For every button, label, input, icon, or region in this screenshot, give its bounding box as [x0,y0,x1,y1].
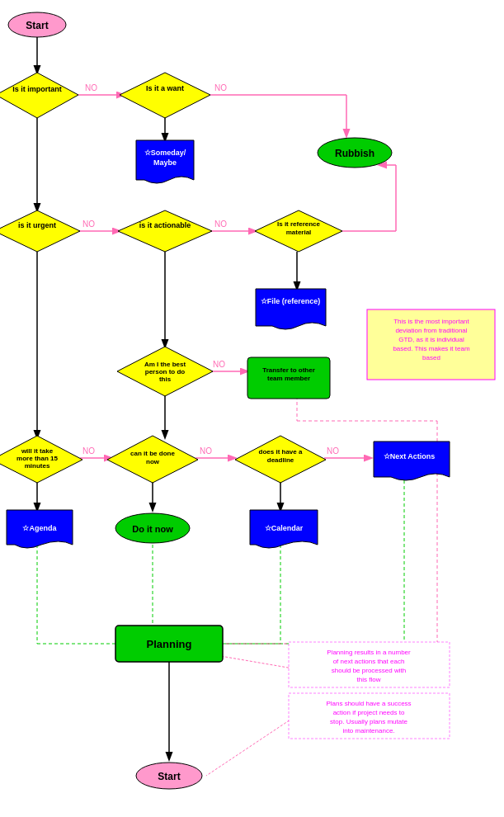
am-best-label1: Am I the best [144,361,186,368]
am-best-label3: this [159,375,172,383]
note1-text4: based. This makes it team [393,345,470,352]
someday-label2: Maybe [153,158,177,167]
is-reference-label1: Is it reference [277,220,321,228]
note3-text1: Plans should have a success [326,700,411,707]
no-label-8: NO [327,446,339,456]
can-now-label1: can it be done [130,450,175,457]
deadline-label1: does it have a [259,448,303,456]
deadline-label2: deadline [267,456,294,464]
am-best-label2: person to do [145,368,186,375]
file-ref-label: ☆File (reference) [261,297,321,305]
someday-label1: ☆Someday/ [144,149,186,157]
note3-text3: stop. Usually plans mutate [330,718,407,725]
svg-line-35 [206,718,293,776]
no-label-5: NO [213,360,225,369]
note2-text3: should be processed with [332,667,406,674]
note3-text4: into maintenance. [342,727,394,734]
flowchart-svg: NO NO NO NO NO NO NO NO [0,0,504,817]
is-actionable-label: is it actionable [139,221,191,229]
note1-text1: This is the most important [393,318,469,325]
will-15-label3: minutes [25,462,50,470]
start-bottom-label: Start [158,771,180,782]
no-label-7: NO [200,446,212,456]
is-reference-label2: material [286,229,312,236]
svg-marker-37 [0,73,78,118]
is-want-label: Is it a want [146,84,184,92]
svg-marker-38 [120,73,210,118]
can-now-label2: now [146,458,160,465]
transfer-label1: Transfer to other [262,366,315,374]
planning-label: Planning [147,638,192,650]
do-now-label: Do it now [132,524,173,534]
note2-text1: Planning results in a number [327,649,411,656]
next-actions-label: ☆Next Actions [384,452,436,460]
calendar-label: ☆Calendar [265,524,304,532]
will-15-label1: will it take [21,447,54,455]
no-label-3: NO [82,220,95,229]
will-15-label2: more than 15 [16,455,58,462]
note1-text2: deviation from traditional [395,327,467,334]
start-top-label: Start [26,20,48,31]
rubbish-label: Rubbish [335,148,374,159]
svg-marker-40 [0,210,80,252]
note1-text3: GTD, as it is individual [398,336,464,343]
agenda-label: ☆Agenda [22,524,57,532]
transfer-label2: team member [267,375,310,382]
no-label-6: NO [82,446,95,456]
is-urgent-label: is it urgent [18,221,56,229]
svg-marker-41 [118,210,212,252]
note2-text4: this flow [357,676,381,683]
is-important-label: Is it important [12,85,62,93]
note1-text5: based [422,354,440,361]
no-label-4: NO [214,220,227,229]
note2-text2: of next actions that each [333,658,405,665]
no-label-2: NO [214,83,227,92]
no-label-1: NO [85,83,97,92]
note3-text2: action if project needs to [333,709,405,716]
